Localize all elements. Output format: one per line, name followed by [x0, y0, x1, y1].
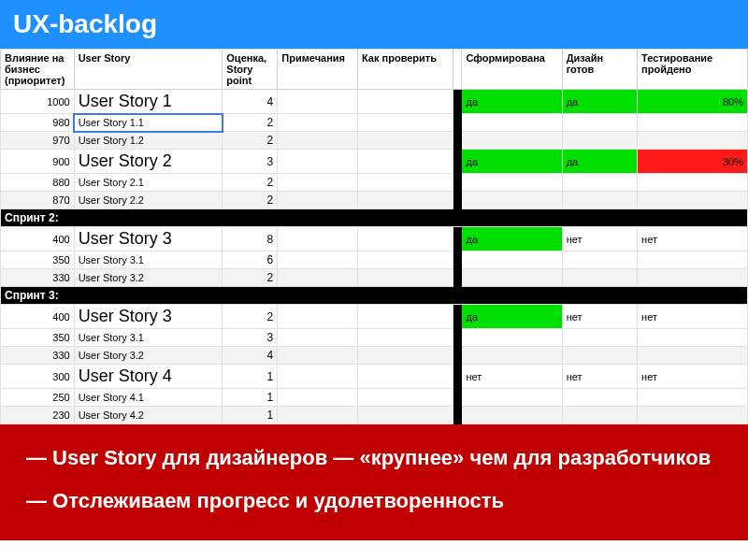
cell-notes[interactable]: [278, 227, 358, 251]
cell-priority[interactable]: 300: [1, 365, 75, 389]
cell-points[interactable]: 2: [223, 192, 278, 209]
cell-notes[interactable]: [278, 407, 358, 424]
cell-story[interactable]: User Story 3.1: [74, 329, 223, 347]
cell-priority[interactable]: 970: [1, 132, 75, 150]
cell-formed[interactable]: да: [462, 227, 562, 251]
cell-formed[interactable]: [462, 251, 562, 269]
cell-design[interactable]: [562, 132, 637, 150]
cell-check[interactable]: [358, 192, 453, 209]
cell-notes[interactable]: [278, 269, 358, 287]
cell-notes[interactable]: [278, 174, 358, 192]
cell-notes[interactable]: [278, 329, 358, 347]
cell-design[interactable]: [562, 174, 637, 192]
cell-design[interactable]: нет: [562, 227, 637, 251]
cell-design[interactable]: [562, 192, 637, 209]
cell-points[interactable]: 4: [223, 347, 278, 365]
cell-test[interactable]: 80%: [638, 90, 748, 114]
cell-points[interactable]: 6: [223, 251, 278, 269]
cell-formed[interactable]: [462, 192, 562, 209]
cell-story[interactable]: User Story 1.1: [74, 114, 223, 132]
cell-story[interactable]: User Story 4: [74, 365, 223, 389]
cell-test[interactable]: [638, 389, 748, 407]
cell-check[interactable]: [358, 389, 453, 407]
cell-points[interactable]: 1: [223, 389, 278, 407]
cell-check[interactable]: [358, 132, 453, 150]
cell-points[interactable]: 2: [223, 132, 278, 150]
cell-story[interactable]: User Story 3: [74, 227, 223, 251]
cell-test[interactable]: [638, 347, 748, 365]
cell-story[interactable]: User Story 4.1: [74, 389, 223, 407]
cell-test[interactable]: нет: [638, 305, 748, 329]
cell-check[interactable]: [358, 251, 453, 269]
cell-check[interactable]: [358, 90, 453, 114]
cell-points[interactable]: 1: [223, 407, 278, 424]
cell-story[interactable]: User Story 3: [74, 305, 223, 329]
cell-test[interactable]: [638, 269, 748, 287]
cell-formed[interactable]: да: [462, 150, 562, 174]
cell-formed[interactable]: [462, 329, 562, 347]
cell-check[interactable]: [358, 150, 453, 174]
cell-story[interactable]: User Story 1.2: [74, 132, 223, 150]
cell-notes[interactable]: [278, 90, 358, 114]
cell-notes[interactable]: [278, 150, 358, 174]
cell-test[interactable]: [638, 114, 748, 132]
cell-design[interactable]: [562, 269, 637, 287]
cell-test[interactable]: [638, 407, 748, 424]
cell-design[interactable]: [562, 407, 637, 424]
cell-check[interactable]: [358, 407, 453, 424]
cell-points[interactable]: 2: [223, 305, 278, 329]
cell-test[interactable]: [638, 251, 748, 269]
cell-priority[interactable]: 230: [1, 407, 75, 424]
cell-story[interactable]: User Story 2.1: [74, 174, 223, 192]
cell-check[interactable]: [358, 114, 453, 132]
cell-story[interactable]: User Story 2: [74, 150, 223, 174]
cell-story[interactable]: User Story 3.2: [74, 347, 223, 365]
cell-design[interactable]: да: [562, 150, 637, 174]
cell-points[interactable]: 1: [223, 365, 278, 389]
cell-test[interactable]: нет: [638, 227, 748, 251]
cell-story[interactable]: User Story 3.2: [74, 269, 223, 287]
cell-points[interactable]: 4: [223, 90, 278, 114]
cell-notes[interactable]: [278, 347, 358, 365]
cell-points[interactable]: 8: [223, 227, 278, 251]
cell-priority[interactable]: 330: [1, 269, 75, 287]
cell-notes[interactable]: [278, 305, 358, 329]
cell-design[interactable]: [562, 389, 637, 407]
cell-story[interactable]: User Story 2.2: [74, 192, 223, 209]
cell-test[interactable]: [638, 132, 748, 150]
cell-check[interactable]: [358, 174, 453, 192]
cell-notes[interactable]: [278, 389, 358, 407]
cell-design[interactable]: [562, 251, 637, 269]
cell-design[interactable]: да: [562, 90, 637, 114]
cell-formed[interactable]: [462, 389, 562, 407]
cell-priority[interactable]: 880: [1, 174, 75, 192]
cell-formed[interactable]: [462, 174, 562, 192]
cell-design[interactable]: [562, 114, 637, 132]
cell-formed[interactable]: [462, 407, 562, 424]
cell-priority[interactable]: 250: [1, 389, 75, 407]
cell-points[interactable]: 2: [223, 114, 278, 132]
cell-story[interactable]: User Story 3.1: [74, 251, 223, 269]
cell-points[interactable]: 3: [223, 150, 278, 174]
cell-priority[interactable]: 870: [1, 192, 75, 209]
cell-test[interactable]: [638, 329, 748, 347]
cell-formed[interactable]: да: [462, 305, 562, 329]
cell-design[interactable]: нет: [562, 365, 637, 389]
cell-notes[interactable]: [278, 192, 358, 209]
cell-notes[interactable]: [278, 114, 358, 132]
cell-priority[interactable]: 900: [1, 150, 75, 174]
cell-priority[interactable]: 980: [1, 114, 75, 132]
cell-formed[interactable]: нет: [462, 365, 562, 389]
cell-design[interactable]: [562, 347, 637, 365]
cell-formed[interactable]: [462, 114, 562, 132]
cell-check[interactable]: [358, 305, 453, 329]
cell-story[interactable]: User Story 1: [74, 90, 223, 114]
cell-check[interactable]: [358, 365, 453, 389]
cell-formed[interactable]: да: [462, 90, 562, 114]
cell-design[interactable]: [562, 329, 637, 347]
cell-test[interactable]: 30%: [638, 150, 748, 174]
cell-priority[interactable]: 1000: [1, 90, 75, 114]
cell-priority[interactable]: 330: [1, 347, 75, 365]
cell-test[interactable]: [638, 192, 748, 209]
cell-check[interactable]: [358, 329, 453, 347]
